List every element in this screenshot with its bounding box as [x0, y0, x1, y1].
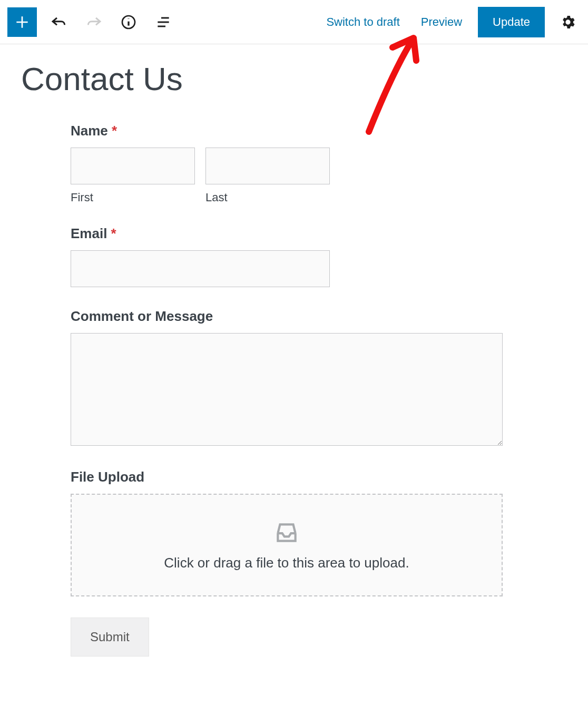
message-field-group: Comment or Message [71, 308, 503, 448]
settings-button[interactable] [555, 9, 581, 35]
add-block-button[interactable] [7, 7, 37, 37]
email-label-text: Email [71, 226, 107, 241]
email-field-group: Email * [71, 226, 503, 287]
first-name-sublabel: First [71, 191, 195, 204]
file-upload-dropzone[interactable]: Click or drag a file to this area to upl… [71, 494, 503, 596]
email-label: Email * [71, 226, 503, 242]
last-name-sublabel: Last [205, 191, 330, 204]
inbox-icon [273, 519, 300, 545]
list-view-button[interactable] [151, 9, 176, 35]
undo-icon [51, 14, 67, 31]
list-view-icon [155, 14, 172, 31]
last-name-column: Last [205, 148, 330, 204]
redo-button[interactable] [81, 9, 106, 35]
first-name-column: First [71, 148, 195, 204]
required-indicator: * [111, 226, 116, 241]
preview-button[interactable]: Preview [416, 11, 467, 33]
file-upload-label: File Upload [71, 469, 503, 485]
switch-to-draft-button[interactable]: Switch to draft [321, 11, 405, 33]
name-label-text: Name [71, 123, 108, 139]
toolbar-left-group [7, 7, 176, 37]
submit-button[interactable]: Submit [71, 618, 149, 657]
name-row: First Last [71, 148, 503, 204]
undo-button[interactable] [46, 9, 72, 35]
message-label: Comment or Message [71, 308, 503, 325]
editor-content: Contact Us Name * First Last Email [0, 44, 588, 678]
contact-form: Name * First Last Email * Co [71, 123, 503, 657]
info-button[interactable] [116, 9, 141, 35]
gear-icon [560, 14, 576, 31]
update-button[interactable]: Update [478, 7, 545, 37]
first-name-input[interactable] [71, 148, 195, 184]
required-indicator: * [112, 123, 117, 139]
message-textarea[interactable] [71, 333, 503, 446]
plus-icon [14, 14, 31, 31]
editor-toolbar: Switch to draft Preview Update [0, 0, 588, 44]
last-name-input[interactable] [205, 148, 330, 184]
name-label: Name * [71, 123, 503, 139]
info-icon [120, 14, 137, 31]
redo-icon [85, 14, 102, 31]
name-field-group: Name * First Last [71, 123, 503, 204]
email-input[interactable] [71, 250, 330, 287]
file-upload-group: File Upload Click or drag a file to this… [71, 469, 503, 596]
page-title[interactable]: Contact Us [21, 60, 567, 97]
toolbar-right-group: Switch to draft Preview Update [321, 7, 581, 37]
file-upload-hint: Click or drag a file to this area to upl… [164, 555, 409, 571]
